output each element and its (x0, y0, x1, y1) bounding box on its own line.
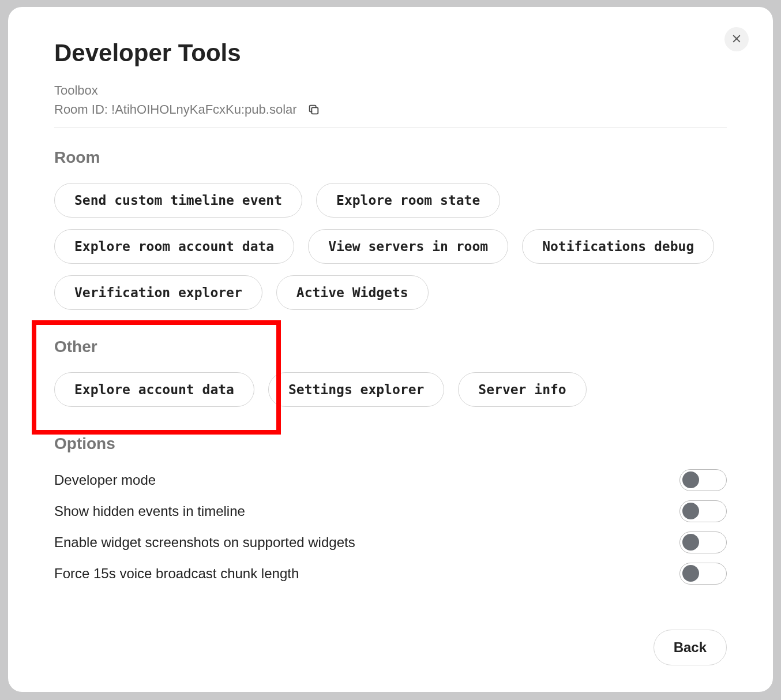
toggle-hidden-events[interactable] (679, 500, 727, 522)
verification-explorer-button[interactable]: Verification explorer (54, 275, 262, 310)
option-label: Show hidden events in timeline (54, 503, 245, 519)
dialog-title: Developer Tools (54, 39, 727, 67)
section-heading-options: Options (54, 435, 727, 453)
toggle-knob (682, 471, 699, 488)
option-row-widget-screenshots: Enable widget screenshots on supported w… (54, 531, 727, 553)
copy-icon[interactable] (307, 103, 320, 116)
notifications-debug-button[interactable]: Notifications debug (522, 229, 714, 264)
option-label: Force 15s voice broadcast chunk length (54, 566, 299, 582)
options-list: Developer mode Show hidden events in tim… (54, 469, 727, 585)
room-id-text: Room ID: !AtihOIHOLnyKaFcxKu:pub.solar (54, 100, 297, 119)
option-row-voice-broadcast: Force 15s voice broadcast chunk length (54, 563, 727, 585)
send-custom-timeline-event-button[interactable]: Send custom timeline event (54, 183, 302, 218)
toggle-voice-broadcast[interactable] (679, 563, 727, 585)
toggle-knob (682, 534, 699, 551)
room-buttons-group: Send custom timeline event Explore room … (54, 183, 727, 310)
section-heading-room: Room (54, 148, 727, 167)
settings-explorer-button[interactable]: Settings explorer (268, 372, 444, 407)
other-buttons-group: Explore account data Settings explorer S… (54, 372, 727, 407)
toolbox-label: Toolbox (54, 81, 727, 100)
option-label: Enable widget screenshots on supported w… (54, 534, 355, 551)
option-row-developer-mode: Developer mode (54, 469, 727, 491)
view-servers-in-room-button[interactable]: View servers in room (308, 229, 508, 264)
toggle-widget-screenshots[interactable] (679, 531, 727, 553)
back-button[interactable]: Back (654, 630, 727, 665)
section-heading-other: Other (54, 338, 727, 356)
developer-tools-dialog: Developer Tools Toolbox Room ID: !AtihOI… (8, 7, 773, 692)
svg-rect-2 (311, 107, 318, 114)
dialog-subtitle-area: Toolbox Room ID: !AtihOIHOLnyKaFcxKu:pub… (54, 81, 727, 128)
explore-room-account-data-button[interactable]: Explore room account data (54, 229, 294, 264)
toggle-knob (682, 565, 699, 582)
close-icon (731, 33, 742, 46)
close-button[interactable] (724, 27, 749, 51)
option-label: Developer mode (54, 472, 156, 488)
dialog-footer: Back (654, 630, 727, 665)
active-widgets-button[interactable]: Active Widgets (276, 275, 429, 310)
toggle-developer-mode[interactable] (679, 469, 727, 491)
server-info-button[interactable]: Server info (458, 372, 586, 407)
explore-room-state-button[interactable]: Explore room state (316, 183, 500, 218)
option-row-hidden-events: Show hidden events in timeline (54, 500, 727, 522)
toggle-knob (682, 503, 699, 519)
explore-account-data-button[interactable]: Explore account data (54, 372, 254, 407)
